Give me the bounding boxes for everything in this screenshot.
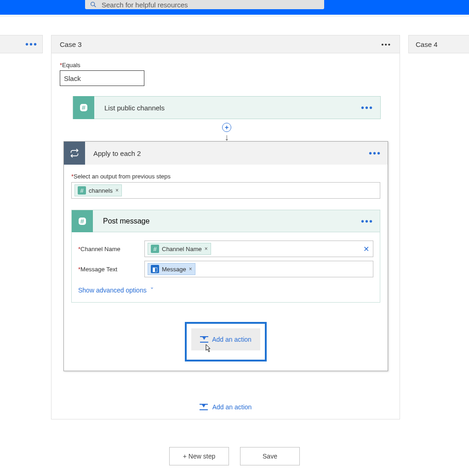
dynamic-content-icon: ◧ <box>151 265 159 273</box>
add-step-connector[interactable]: + <box>222 123 231 132</box>
add-action-icon <box>200 336 208 343</box>
remove-token-icon[interactable]: × <box>115 187 119 194</box>
channels-token[interactable]: # channels × <box>74 184 122 196</box>
add-action-highlight: Add an action <box>185 322 267 361</box>
chevron-down-icon: ˅ <box>150 287 154 294</box>
select-output-label: *Select an output from previous steps <box>71 173 380 180</box>
post-message-step: # Post message ••• *Channel Name <box>71 210 380 303</box>
slack-icon: # <box>78 186 86 195</box>
apply-to-each-title: Apply to each 2 <box>93 149 369 157</box>
top-bar: Search for helpful resources <box>0 0 469 15</box>
case-main: Case 3 ••• *Equals Slack # List public c… <box>51 35 400 419</box>
cases-row: ••• Case 3 ••• *Equals Slack # List publ… <box>0 35 469 419</box>
message-token[interactable]: ◧ Message × <box>148 263 195 275</box>
show-advanced-options[interactable]: Show advanced options ˅ <box>78 287 373 294</box>
ellipsis-icon: ••• <box>25 40 38 49</box>
svg-text:#: # <box>82 104 86 111</box>
step-connector: + ↓ <box>73 119 381 141</box>
message-text-input[interactable]: ◧ Message × <box>144 261 373 277</box>
footer: + New step Save <box>0 447 469 465</box>
cursor-icon <box>204 344 260 355</box>
case-main-title: Case 3 <box>60 40 82 48</box>
post-message-title: Post message <box>103 217 361 225</box>
apply-to-each-header[interactable]: Apply to each 2 ••• <box>64 142 388 165</box>
svg-line-1 <box>94 6 96 7</box>
add-action-button-outer[interactable]: Add an action <box>60 403 391 411</box>
search-box[interactable]: Search for helpful resources <box>85 0 324 9</box>
search-icon <box>90 1 97 8</box>
ellipsis-icon[interactable]: ••• <box>369 149 381 158</box>
channel-name-label: *Channel Name <box>78 246 144 252</box>
post-message-body: *Channel Name # Channel Name × ✕ <box>72 232 380 302</box>
remove-token-icon[interactable]: × <box>189 266 192 272</box>
equals-value: Slack <box>64 75 81 82</box>
search-placeholder: Search for helpful resources <box>102 1 188 9</box>
case-left-overflow[interactable]: ••• <box>0 35 43 53</box>
new-step-button[interactable]: + New step <box>169 447 229 465</box>
post-message-header[interactable]: # Post message ••• <box>72 210 380 232</box>
list-channels-title: List public channels <box>104 104 361 112</box>
apply-to-each-card: Apply to each 2 ••• *Select an output fr… <box>63 141 388 371</box>
case-right-title: Case 4 <box>416 40 438 48</box>
ellipsis-icon[interactable]: ••• <box>361 103 373 112</box>
message-text-row: *Message Text ◧ Message × <box>78 261 373 277</box>
loop-icon <box>64 142 85 165</box>
equals-input[interactable]: Slack <box>60 70 144 86</box>
ellipsis-icon[interactable]: ••• <box>361 217 373 226</box>
svg-text:#: # <box>80 218 84 225</box>
svg-point-0 <box>91 2 95 6</box>
equals-label: *Equals <box>60 62 391 69</box>
channel-name-token[interactable]: # Channel Name × <box>148 243 211 255</box>
clear-input-icon[interactable]: ✕ <box>363 245 369 253</box>
case-main-header[interactable]: Case 3 ••• <box>51 35 400 53</box>
slack-icon: # <box>72 210 93 232</box>
message-text-label: *Message Text <box>78 266 144 273</box>
remove-token-icon[interactable]: × <box>205 246 208 252</box>
list-channels-step[interactable]: # List public channels ••• <box>73 96 381 119</box>
channel-name-row: *Channel Name # Channel Name × ✕ <box>78 241 373 257</box>
slack-icon: # <box>73 96 94 119</box>
channel-name-input[interactable]: # Channel Name × ✕ <box>144 241 373 257</box>
apply-to-each-body: *Select an output from previous steps # … <box>64 165 388 371</box>
add-action-icon <box>200 404 208 410</box>
case-right[interactable]: Case 4 <box>408 35 469 53</box>
ellipsis-icon[interactable]: ••• <box>381 41 391 48</box>
divider <box>0 16 469 17</box>
case-body: *Equals Slack # List public channels •••… <box>51 53 400 419</box>
add-action-wrap: Add an action <box>71 322 380 366</box>
slack-icon: # <box>151 245 159 253</box>
select-output-input[interactable]: # channels × <box>71 182 380 199</box>
save-button[interactable]: Save <box>240 447 300 465</box>
arrow-down-icon: ↓ <box>224 132 229 143</box>
